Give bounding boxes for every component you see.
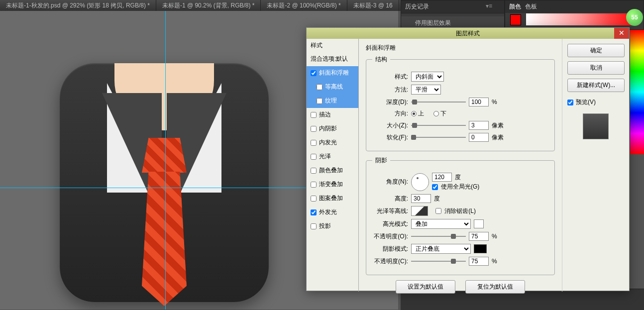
style-outer-glow[interactable]: 外发光 [307,206,358,219]
contour-check[interactable] [317,84,322,90]
dropshadow-check[interactable] [311,223,317,229]
dialog-title: 图层样式 [456,28,480,39]
global-light-check[interactable] [432,184,438,190]
shadow-mode-label: 阴影模式: [372,245,408,253]
swatches-tab[interactable]: 色板 [525,2,537,11]
hilite-color[interactable] [474,219,484,228]
outerglow-check[interactable] [311,209,317,215]
hue-strip[interactable] [630,30,644,154]
dir-down-radio[interactable]: 下 [433,109,446,118]
cancel-button[interactable]: 取消 [567,61,625,75]
altitude-input[interactable] [411,194,431,203]
antialias-check[interactable] [435,208,441,214]
make-default-button[interactable]: 设置为默认值 [396,280,455,294]
gradoverlay-check[interactable] [311,182,317,188]
direction-label: 方向: [372,109,408,118]
badge-55: 55 [626,9,643,26]
soften-slider[interactable] [411,134,466,141]
bevel-settings: 斜面和浮雕 结构 样式:内斜面 方法:平滑 深度(D):% 方向:上 下 大小(… [359,39,562,292]
shadow-mode-select[interactable]: 正片叠底 [411,244,471,254]
color-ramp[interactable] [526,13,639,25]
style-drop-shadow[interactable]: 投影 [307,219,358,233]
section-title: 斜面和浮雕 [366,44,555,52]
opacity2-input[interactable] [469,257,489,266]
dialog-titlebar[interactable]: 图层样式 ✕ [307,28,629,39]
shadow-color[interactable] [474,244,487,253]
depth-slider[interactable] [411,99,466,105]
opacity2-slider[interactable] [411,258,466,265]
angle-dial[interactable] [411,173,429,191]
technique-select[interactable]: 平滑 [411,85,441,95]
style-contour[interactable]: 等高线 [307,80,358,94]
guide-vertical[interactable] [165,11,166,310]
depth-label: 深度(D): [372,98,408,106]
opacity-input[interactable] [469,232,489,241]
style-texture[interactable]: 纹理 [307,94,358,108]
foreground-swatch[interactable] [510,14,521,25]
bevel-check[interactable] [311,70,317,76]
doc-tab[interactable]: 未标题-1 @ 90.2% (背景, RGB/8) * [156,0,261,11]
soften-label: 软化(F): [372,133,408,142]
doc-tab[interactable]: 未标题-3 @ 16 [347,0,399,11]
coloroverlay-check[interactable] [311,168,317,174]
style-select[interactable]: 内斜面 [411,72,444,82]
doc-tab[interactable]: 未标题-1-秋发的.psd @ 292% (矩形 18 拷贝, RGB/8) * [0,0,156,11]
color-tab[interactable]: 颜色 [509,2,521,11]
style-satin[interactable]: 光泽 [307,150,358,164]
color-panel: 颜色 色板 [505,0,644,30]
ok-button[interactable]: 确定 [567,44,625,57]
stroke-check[interactable] [311,112,317,118]
innerglow-check[interactable] [311,140,317,146]
doc-tab[interactable]: 未标题-2 @ 100%(RGB/8) * [261,0,347,11]
gloss-contour[interactable] [411,206,428,216]
satin-check[interactable] [311,154,317,160]
style-pat-overlay[interactable]: 图案叠加 [307,192,358,206]
style-inner-glow[interactable]: 内发光 [307,136,358,150]
style-stroke[interactable]: 描边 [307,108,358,122]
dir-up-radio[interactable]: 上 [411,109,424,118]
artwork-suit-icon [60,63,269,302]
structure-group: 结构 样式:内斜面 方法:平滑 深度(D):% 方向:上 下 大小(Z):像素 … [366,55,555,151]
shading-group: 阴影 角度(N): 度 使用全局光(G) 高度:度 光泽等高线: 消除锯齿(L)… [366,156,555,275]
blend-options[interactable]: 混合选项:默认 [307,52,358,66]
new-style-button[interactable]: 新建样式(W)... [567,79,625,92]
shading-legend: 阴影 [372,156,390,165]
preview-box [583,113,609,139]
technique-label: 方法: [372,86,408,94]
depth-input[interactable] [469,98,489,106]
size-slider[interactable] [411,122,466,129]
style-bevel[interactable]: 斜面和浮雕 [307,66,358,80]
history-panel: 历史记录 停用图层效果 ▾≡ [401,0,505,30]
dialog-sidebar: 确定 取消 新建样式(W)... 预览(V) [562,39,629,292]
gloss-label: 光泽等高线: [372,207,408,215]
style-inner-shadow[interactable]: 内阴影 [307,122,358,136]
reset-default-button[interactable]: 复位为默认值 [465,280,525,294]
altitude-label: 高度: [372,195,408,203]
structure-legend: 结构 [372,55,390,64]
soften-input[interactable] [469,133,489,142]
close-button[interactable]: ✕ [614,28,629,39]
hilite-mode-label: 高光模式: [372,220,408,228]
style-color-overlay[interactable]: 颜色叠加 [307,164,358,178]
texture-check[interactable] [317,98,322,104]
innershadow-check[interactable] [311,126,317,132]
opacity-slider[interactable] [411,233,466,240]
angle-label: 角度(N): [372,178,408,186]
angle-input[interactable] [432,173,452,182]
opacity-label: 不透明度(O): [372,232,408,241]
style-grad-overlay[interactable]: 渐变叠加 [307,178,358,192]
opacity2-label: 不透明度(C): [372,257,408,266]
hilite-mode-select[interactable]: 叠加 [411,219,471,229]
size-input[interactable] [469,121,489,130]
patoverlay-check[interactable] [311,196,317,202]
size-label: 大小(Z): [372,121,408,130]
styles-header[interactable]: 样式 [307,39,358,52]
style-label: 样式: [372,73,408,81]
panel-menu-icon[interactable]: ▾≡ [486,2,492,9]
styles-list: 样式 混合选项:默认 斜面和浮雕 等高线 纹理 描边 内阴影 内发光 光泽 颜色… [307,39,359,292]
layer-style-dialog: 图层样式 ✕ 样式 混合选项:默认 斜面和浮雕 等高线 纹理 描边 内阴影 内发… [306,27,630,291]
preview-check[interactable] [567,100,573,105]
